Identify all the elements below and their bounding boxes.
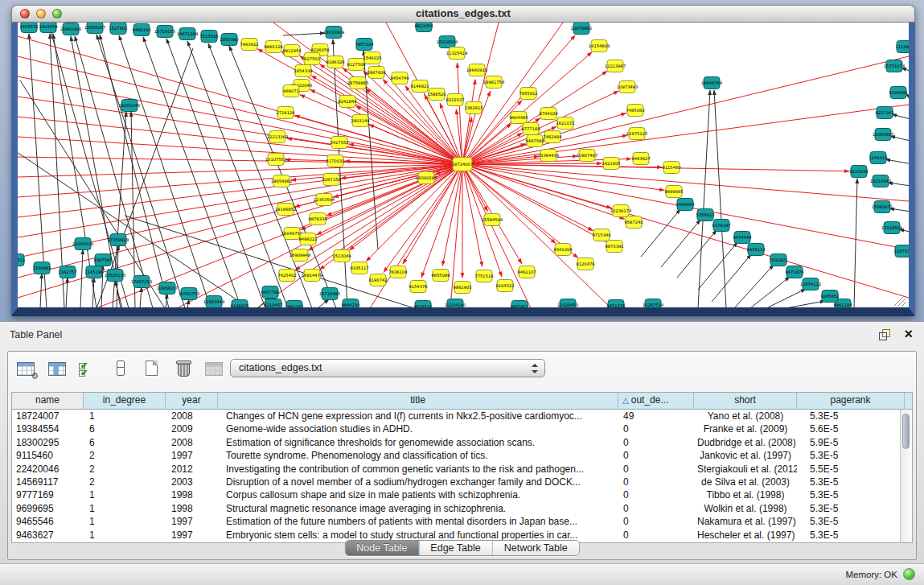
table-cell: Corpus callosum shape and size in male p… [218,488,618,501]
column-header-short[interactable]: short [694,393,797,409]
graph-node-label: 10807487 [577,153,598,158]
table-cell: Genome-wide association studies in ADHD. [218,422,618,435]
table-cell: Franke et al. (2009) [694,422,797,435]
graph-node-label: 17957253 [131,279,152,284]
graph-node-label: 1362615 [464,105,483,110]
graph-node-label: 9861104 [833,303,852,307]
table-cell: 5.6E-5 [797,422,905,435]
minimize-window-button[interactable] [36,9,46,19]
select-rows-icon[interactable]: ✔ ✔ [77,356,101,381]
graph-node-label: 9227343 [875,110,893,115]
table-cell: 1998 [166,488,218,501]
table-cell: 1 [84,502,166,515]
column-header-year[interactable]: year [166,393,218,409]
graph-node-label: 18724007 [452,162,473,167]
network-canvas[interactable]: 2405572100355820891406106552871527602646… [18,23,909,307]
table-row[interactable]: 911546021997Tourette syndrome. Phenomeno… [12,449,912,462]
delete-table-icon[interactable] [171,356,195,381]
table-row[interactable]: 2242004622012Investigating the contribut… [12,463,912,476]
table-panel-body: ⚙ ✔ ✔ f(x) [7,351,917,560]
graph-node-label: 15716485 [319,291,340,296]
graph-node-label: 9644230 [341,303,359,307]
table-cell: 5.3E-5 [797,449,905,462]
table-cell: 0 [618,422,694,435]
close-window-button[interactable] [20,9,30,19]
table-cell: 1 [84,488,166,501]
graph-node-label: 10236174 [610,208,632,213]
new-document-icon[interactable] [140,356,164,381]
graph-node-label: 1244413 [869,155,887,160]
column-header-out_de[interactable]: △out_de... [618,393,694,409]
table-cell: 19384554 [12,422,84,435]
table-cell: 1 [84,529,166,542]
graph-node-label: 8454749 [390,76,409,80]
select-column-icon[interactable] [46,356,70,381]
table-cell: 1997 [166,515,218,528]
graph-node-label: 10655287 [84,25,105,30]
vertical-scrollbar[interactable] [900,410,912,542]
table-settings-icon[interactable]: ⚙ [14,356,39,381]
graph-node-label: 9136935 [230,303,248,307]
tab-edge-table[interactable]: Edge Table [419,541,492,555]
table-cell: 5.3E-5 [797,476,905,488]
graph-node-label: 10958107 [157,286,178,290]
table-cell: 6 [84,436,166,449]
table-cell: 9699695 [12,502,84,515]
close-panel-icon[interactable]: × [904,325,913,343]
graph-node-label: 20364436 [538,153,559,158]
tab-network-table[interactable]: Network Table [493,541,579,555]
column-header-pagerank[interactable]: pagerank [797,393,905,409]
graph-node-label: 1150511 [18,257,26,262]
memory-ok-icon[interactable] [903,568,915,580]
table-row[interactable]: 1872400712008Changes of HCN gene express… [12,410,912,422]
table-row[interactable]: 946554611997Estimation of the future num… [12,515,912,528]
graph-node-label: 1588520 [427,92,446,97]
table-row[interactable]: 1456911722003Disruption of a novel membe… [12,476,912,488]
graph-node-label: 7963822 [240,42,258,47]
table-select-dropdown[interactable]: citations_edges.txt [230,359,545,377]
table-cell: 0 [618,436,694,449]
window-titlebar[interactable]: citations_edges.txt [11,5,915,23]
graph-node-label: 9474444 [733,235,752,240]
graph-node-label: 9873412 [510,304,528,307]
table-panel-header: Table Panel × [0,322,924,349]
table-cell: 5.3E-5 [797,529,905,542]
network-window[interactable]: citations_edges.txt 24055721003558208914… [11,5,915,316]
column-header-in_degree[interactable]: in_degree [84,393,166,409]
tab-node-table[interactable]: Node Table [345,541,419,555]
scrollbar-thumb[interactable] [902,414,910,449]
graph-node-label: 6466160 [132,27,150,32]
graph-node-label: 9242844 [338,99,357,104]
graph-node-label: 1654339 [294,68,312,73]
table-row[interactable]: 969969511998Structural magnetic resonanc… [12,502,912,515]
table-cell: 0 [618,463,694,476]
float-panel-icon[interactable] [879,329,890,340]
graph-node-label: 9463627 [631,156,650,161]
graph-node-label: 8912954 [282,48,302,53]
table-row[interactable]: 977716911998Corpus callosum shape and si… [12,488,912,501]
table-cell: 9465546 [12,515,84,528]
graph-node-label: 9587240 [624,220,643,225]
table-cell: 5.9E-5 [797,436,905,449]
graph-node-label: 7515526 [199,34,218,39]
table-cell: 5.3E-5 [797,410,905,422]
graph-node-label: 15751074 [884,64,906,68]
graph-node-label: 10234190 [445,303,466,307]
graph-node-label: 1167531 [893,249,909,253]
graph-node-label: 13505135 [105,273,125,278]
graph-node-label: 9115460 [662,165,680,170]
graph-node-label: 9335117 [350,266,368,270]
network-view[interactable]: 2405572100355820891406106552871527602646… [11,23,915,316]
sort-ascending-icon: △ [622,396,629,405]
table-row[interactable]: 1830029562008Estimation of significance … [12,436,912,449]
zoom-window-button[interactable] [52,9,62,19]
column-header-title[interactable]: title [218,393,618,409]
column-header-name[interactable]: name [12,393,84,409]
graph-node-label: 18300295 [416,175,437,180]
graph-node-label: 9146821 [410,84,429,89]
merge-tables-icon[interactable] [109,356,133,381]
graph-node-label: 2803144 [351,118,370,123]
table-cell: 0 [618,488,694,501]
table-row[interactable]: 1938455462009Genome-wide association stu… [12,422,912,435]
graph-node-label: 16671388 [177,31,198,36]
